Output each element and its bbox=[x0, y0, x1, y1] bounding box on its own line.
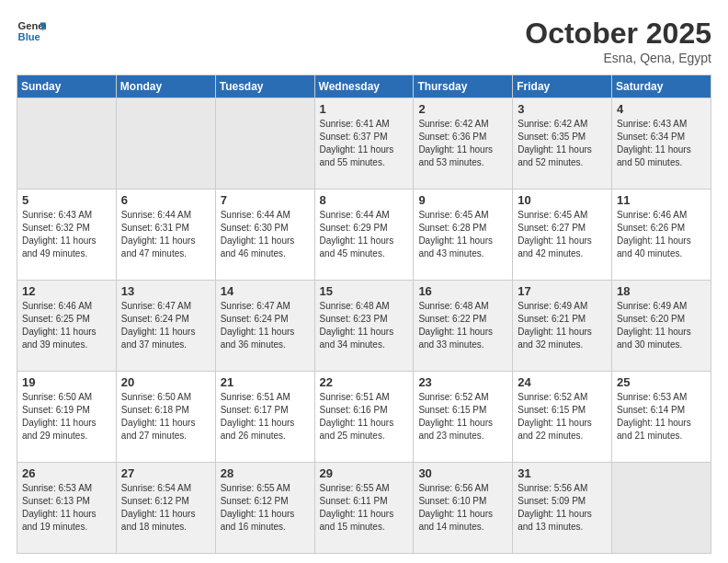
calendar-cell: 3Sunrise: 6:42 AM Sunset: 6:35 PM Daylig… bbox=[513, 98, 612, 190]
day-number: 8 bbox=[320, 193, 409, 207]
day-info: Sunrise: 6:44 AM Sunset: 6:29 PM Dayligh… bbox=[320, 209, 409, 260]
calendar-row: 19Sunrise: 6:50 AM Sunset: 6:19 PM Dayli… bbox=[17, 372, 711, 463]
day-info: Sunrise: 6:55 AM Sunset: 6:11 PM Dayligh… bbox=[320, 482, 409, 534]
day-info: Sunrise: 6:47 AM Sunset: 6:24 PM Dayligh… bbox=[121, 300, 210, 351]
day-info: Sunrise: 6:47 AM Sunset: 6:24 PM Dayligh… bbox=[221, 300, 310, 351]
calendar-cell: 7Sunrise: 6:44 AM Sunset: 6:30 PM Daylig… bbox=[215, 190, 314, 281]
day-info: Sunrise: 6:43 AM Sunset: 6:34 PM Dayligh… bbox=[617, 118, 706, 169]
day-number: 1 bbox=[320, 102, 409, 116]
calendar-cell: 12Sunrise: 6:46 AM Sunset: 6:25 PM Dayli… bbox=[17, 281, 117, 372]
day-info: Sunrise: 6:49 AM Sunset: 6:20 PM Dayligh… bbox=[617, 300, 706, 351]
calendar-cell bbox=[17, 98, 117, 190]
day-number: 10 bbox=[518, 193, 607, 207]
calendar-cell: 6Sunrise: 6:44 AM Sunset: 6:31 PM Daylig… bbox=[116, 190, 215, 281]
day-number: 24 bbox=[518, 375, 607, 389]
calendar-cell: 16Sunrise: 6:48 AM Sunset: 6:22 PM Dayli… bbox=[414, 281, 513, 372]
header: General Blue October 2025 Esna, Qena, Eg… bbox=[17, 17, 711, 65]
calendar-row: 12Sunrise: 6:46 AM Sunset: 6:25 PM Dayli… bbox=[17, 281, 711, 372]
day-info: Sunrise: 6:53 AM Sunset: 6:13 PM Dayligh… bbox=[22, 482, 111, 534]
day-number: 31 bbox=[518, 466, 607, 480]
day-number: 13 bbox=[121, 284, 210, 298]
calendar-cell: 5Sunrise: 6:43 AM Sunset: 6:32 PM Daylig… bbox=[17, 190, 117, 281]
calendar-cell: 27Sunrise: 6:54 AM Sunset: 6:12 PM Dayli… bbox=[116, 463, 215, 554]
calendar-cell: 11Sunrise: 6:46 AM Sunset: 6:26 PM Dayli… bbox=[612, 190, 711, 281]
day-number: 28 bbox=[221, 466, 310, 480]
day-number: 29 bbox=[320, 466, 409, 480]
weekday-header: Sunday bbox=[17, 75, 117, 98]
day-number: 11 bbox=[617, 193, 706, 207]
day-info: Sunrise: 6:42 AM Sunset: 6:35 PM Dayligh… bbox=[518, 118, 607, 169]
svg-text:Blue: Blue bbox=[18, 31, 40, 42]
day-info: Sunrise: 6:49 AM Sunset: 6:21 PM Dayligh… bbox=[518, 300, 607, 351]
day-info: Sunrise: 6:54 AM Sunset: 6:12 PM Dayligh… bbox=[121, 482, 210, 534]
day-number: 23 bbox=[418, 375, 507, 389]
day-number: 9 bbox=[418, 193, 507, 207]
calendar-cell: 20Sunrise: 6:50 AM Sunset: 6:18 PM Dayli… bbox=[116, 372, 215, 463]
day-number: 16 bbox=[418, 284, 507, 298]
location: Esna, Qena, Egypt bbox=[525, 51, 711, 65]
calendar-cell: 2Sunrise: 6:42 AM Sunset: 6:36 PM Daylig… bbox=[414, 98, 513, 190]
day-number: 27 bbox=[121, 466, 210, 480]
calendar-cell: 4Sunrise: 6:43 AM Sunset: 6:34 PM Daylig… bbox=[612, 98, 711, 190]
day-info: Sunrise: 6:56 AM Sunset: 6:10 PM Dayligh… bbox=[418, 482, 507, 534]
day-info: Sunrise: 6:44 AM Sunset: 6:30 PM Dayligh… bbox=[221, 209, 310, 260]
day-number: 17 bbox=[518, 284, 607, 298]
calendar-cell: 26Sunrise: 6:53 AM Sunset: 6:13 PM Dayli… bbox=[17, 463, 117, 554]
calendar-cell: 17Sunrise: 6:49 AM Sunset: 6:21 PM Dayli… bbox=[513, 281, 612, 372]
calendar-cell bbox=[215, 98, 314, 190]
calendar-cell: 23Sunrise: 6:52 AM Sunset: 6:15 PM Dayli… bbox=[414, 372, 513, 463]
day-info: Sunrise: 6:51 AM Sunset: 6:16 PM Dayligh… bbox=[320, 391, 409, 442]
day-info: Sunrise: 6:42 AM Sunset: 6:36 PM Dayligh… bbox=[418, 118, 507, 169]
calendar-cell: 24Sunrise: 6:52 AM Sunset: 6:15 PM Dayli… bbox=[513, 372, 612, 463]
day-number: 26 bbox=[22, 466, 111, 480]
day-number: 6 bbox=[121, 193, 210, 207]
calendar-cell: 19Sunrise: 6:50 AM Sunset: 6:19 PM Dayli… bbox=[17, 372, 117, 463]
logo: General Blue bbox=[17, 17, 46, 46]
calendar-cell: 18Sunrise: 6:49 AM Sunset: 6:20 PM Dayli… bbox=[612, 281, 711, 372]
day-info: Sunrise: 6:45 AM Sunset: 6:28 PM Dayligh… bbox=[418, 209, 507, 260]
weekday-header: Thursday bbox=[414, 75, 513, 98]
day-number: 2 bbox=[418, 102, 507, 116]
day-info: Sunrise: 6:50 AM Sunset: 6:18 PM Dayligh… bbox=[121, 391, 210, 442]
day-number: 30 bbox=[418, 466, 507, 480]
day-number: 20 bbox=[121, 375, 210, 389]
weekday-header: Saturday bbox=[612, 75, 711, 98]
day-info: Sunrise: 6:53 AM Sunset: 6:14 PM Dayligh… bbox=[617, 391, 706, 442]
day-number: 12 bbox=[22, 284, 111, 298]
day-info: Sunrise: 6:46 AM Sunset: 6:25 PM Dayligh… bbox=[22, 300, 111, 351]
title-block: October 2025 Esna, Qena, Egypt bbox=[525, 17, 711, 65]
day-info: Sunrise: 6:43 AM Sunset: 6:32 PM Dayligh… bbox=[22, 209, 111, 260]
weekday-header: Tuesday bbox=[215, 75, 314, 98]
calendar-cell: 1Sunrise: 6:41 AM Sunset: 6:37 PM Daylig… bbox=[314, 98, 414, 190]
day-number: 18 bbox=[617, 284, 706, 298]
day-info: Sunrise: 6:45 AM Sunset: 6:27 PM Dayligh… bbox=[518, 209, 607, 260]
day-info: Sunrise: 6:52 AM Sunset: 6:15 PM Dayligh… bbox=[418, 391, 507, 442]
day-number: 15 bbox=[320, 284, 409, 298]
calendar-row: 1Sunrise: 6:41 AM Sunset: 6:37 PM Daylig… bbox=[17, 98, 711, 190]
day-info: Sunrise: 6:48 AM Sunset: 6:22 PM Dayligh… bbox=[418, 300, 507, 351]
day-number: 21 bbox=[221, 375, 310, 389]
day-number: 22 bbox=[320, 375, 409, 389]
page: General Blue October 2025 Esna, Qena, Eg… bbox=[0, 0, 728, 563]
day-number: 7 bbox=[221, 193, 310, 207]
calendar-cell: 28Sunrise: 6:55 AM Sunset: 6:12 PM Dayli… bbox=[215, 463, 314, 554]
calendar-table: SundayMondayTuesdayWednesdayThursdayFrid… bbox=[17, 75, 711, 554]
weekday-header-row: SundayMondayTuesdayWednesdayThursdayFrid… bbox=[17, 75, 711, 98]
day-number: 25 bbox=[617, 375, 706, 389]
calendar-cell bbox=[116, 98, 215, 190]
calendar-cell: 13Sunrise: 6:47 AM Sunset: 6:24 PM Dayli… bbox=[116, 281, 215, 372]
calendar-cell: 8Sunrise: 6:44 AM Sunset: 6:29 PM Daylig… bbox=[314, 190, 414, 281]
day-number: 5 bbox=[22, 193, 111, 207]
day-info: Sunrise: 6:44 AM Sunset: 6:31 PM Dayligh… bbox=[121, 209, 210, 260]
day-number: 19 bbox=[22, 375, 111, 389]
calendar-cell: 14Sunrise: 6:47 AM Sunset: 6:24 PM Dayli… bbox=[215, 281, 314, 372]
day-info: Sunrise: 6:51 AM Sunset: 6:17 PM Dayligh… bbox=[221, 391, 310, 442]
day-info: Sunrise: 6:55 AM Sunset: 6:12 PM Dayligh… bbox=[221, 482, 310, 534]
day-number: 3 bbox=[518, 102, 607, 116]
calendar-cell: 21Sunrise: 6:51 AM Sunset: 6:17 PM Dayli… bbox=[215, 372, 314, 463]
day-number: 14 bbox=[221, 284, 310, 298]
logo-icon: General Blue bbox=[17, 17, 46, 46]
day-info: Sunrise: 6:52 AM Sunset: 6:15 PM Dayligh… bbox=[518, 391, 607, 442]
calendar-cell: 31Sunrise: 5:56 AM Sunset: 5:09 PM Dayli… bbox=[513, 463, 612, 554]
calendar-cell: 15Sunrise: 6:48 AM Sunset: 6:23 PM Dayli… bbox=[314, 281, 414, 372]
